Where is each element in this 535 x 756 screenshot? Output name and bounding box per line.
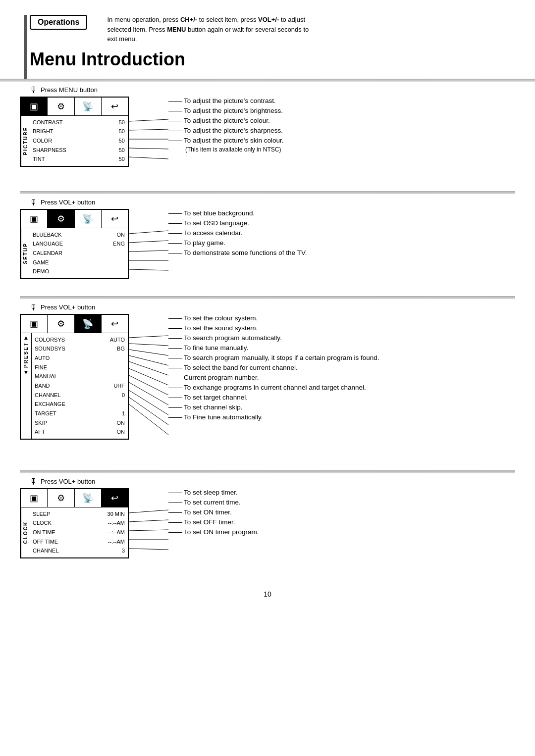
press-menu-label: 🎙 Press MENU button (30, 86, 515, 95)
setup-menu-items: BLUEBACKON LANGUAGEENG CALENDAR GAME DEM… (30, 228, 128, 278)
svg-line-9 (129, 269, 168, 270)
picture-callouts: To adjust the picture's contrast. To adj… (168, 97, 283, 153)
picture-icons-row: ▣ ⚙ 📡 ↩ (21, 98, 128, 116)
svg-line-1 (129, 129, 168, 130)
clock-menu-display: ▣ ⚙ 📡 ↩ CLOCK SLEEP30 MIN CLOCK--:--AM O… (20, 488, 129, 558)
icon-preset-2: 📡 (75, 210, 102, 228)
icon-setup-3: ⚙ (48, 315, 74, 333)
clock-connectors (129, 506, 168, 575)
callout-ntsc: (This item is available only in NTSC) (168, 146, 283, 153)
setup-sidebar-label: SETUP (21, 228, 30, 278)
speaker-icon-2: 🎙 (30, 198, 38, 207)
separator-3 (20, 470, 515, 473)
picture-connectors (129, 114, 168, 186)
operations-badge: Operations (30, 15, 87, 30)
picture-menu-display: ▣ ⚙ 📡 ↩ PICTURE CONTRAST50 BRIGHT50 COLO… (20, 97, 129, 167)
setup-menu-body: SETUP BLUEBACKON LANGUAGEENG CALENDAR GA… (21, 228, 128, 278)
press-vol-label-2: 🎙 Press VOL+ button (30, 303, 515, 312)
setup-section-inner: ▣ ⚙ 📡 ↩ SETUP BLUEBACKON LANGUAGEENG CAL… (20, 209, 515, 291)
separator-1 (20, 191, 515, 194)
callout-off-time: To set OFF timer. (168, 518, 259, 528)
icon-clock-3: ↩ (102, 315, 128, 333)
callout-colour: To adjust the picture's colour. (168, 116, 283, 126)
speaker-icon-3: 🎙 (30, 303, 38, 312)
callout-target: To set target channel. (168, 393, 379, 403)
callout-channel: Current program number. (168, 373, 379, 383)
picture-sidebar-label: PICTURE (21, 116, 30, 166)
svg-line-5 (129, 231, 168, 234)
press-vol-label-1: 🎙 Press VOL+ button (30, 198, 515, 207)
callout-fine: To fine tune manually. (168, 344, 379, 353)
callout-clock: To set current time. (168, 498, 259, 508)
clock-section-inner: ▣ ⚙ 📡 ↩ CLOCK SLEEP30 MIN CLOCK--:--AM O… (20, 488, 515, 575)
preset-arrows: ▲ PRESET ▼ (21, 333, 32, 439)
callout-aft: To Fine tune automatically. (168, 413, 379, 423)
callout-colorsys: To set the colour system. (168, 314, 379, 324)
callout-sharpness: To adjust the picture's sharpness. (168, 126, 283, 136)
svg-line-22 (129, 520, 168, 522)
callout-skin: To adjust the picture's skin colour. (168, 136, 283, 146)
setup-section: 🎙 Press VOL+ button ▣ ⚙ 📡 ↩ SETUP BLUEBA… (20, 198, 515, 291)
callout-brightness: To adjust the picture's brightness. (168, 106, 283, 116)
callout-calendar: To access calendar. (168, 229, 307, 239)
icon-clock-2: ↩ (102, 210, 128, 228)
svg-line-16 (129, 375, 168, 395)
svg-line-3 (129, 148, 168, 149)
icon-picture: ▣ (21, 98, 48, 115)
svg-line-15 (129, 368, 168, 385)
picture-section-inner: ▣ ⚙ 📡 ↩ PICTURE CONTRAST50 BRIGHT50 COLO… (20, 97, 515, 186)
svg-line-12 (129, 350, 168, 355)
setup-icons-row: ▣ ⚙ 📡 ↩ (21, 210, 128, 228)
callout-demo: To demonstrate some functions of the TV. (168, 249, 307, 258)
svg-line-4 (129, 157, 168, 159)
clock-menu-body: CLOCK SLEEP30 MIN CLOCK--:--AM ON TIME--… (21, 507, 128, 557)
callout-band: To select the band for current channel. (168, 363, 379, 373)
icon-setup-2: ⚙ (48, 210, 74, 228)
preset-section-inner: ▣ ⚙ 📡 ↩ ▲ PRESET ▼ COLORSYSAUTO SOUNDSYS… (20, 314, 515, 465)
preset-section: 🎙 Press VOL+ button ▣ ⚙ 📡 ↩ ▲ PRESET ▼ (20, 303, 515, 465)
svg-line-6 (129, 241, 168, 243)
svg-line-0 (129, 119, 168, 121)
preset-icons-row: ▣ ⚙ 📡 ↩ (21, 315, 128, 333)
setup-menu-display: ▣ ⚙ 📡 ↩ SETUP BLUEBACKON LANGUAGEENG CAL… (20, 209, 129, 279)
icon-preset-4: 📡 (75, 489, 102, 507)
separator-2 (20, 296, 515, 299)
svg-line-14 (129, 361, 168, 375)
callout-soundsys: To set the sound system. (168, 324, 379, 334)
svg-line-25 (129, 549, 168, 550)
icon-setup-4: ⚙ (48, 489, 74, 507)
speaker-icon-4: 🎙 (30, 477, 38, 486)
svg-line-7 (129, 251, 168, 252)
icon-picture-4: ▣ (21, 489, 48, 507)
speaker-icon-1: 🎙 (30, 86, 38, 95)
svg-line-23 (129, 530, 168, 531)
preset-menu-body: ▲ PRESET ▼ COLORSYSAUTO SOUNDSYSBG AUTO … (21, 333, 128, 439)
picture-menu-items: CONTRAST50 BRIGHT50 COLOR50 SHARPNESS50 … (30, 116, 128, 166)
callout-blueback: To set blue background. (168, 209, 307, 219)
svg-line-10 (129, 336, 168, 338)
separator-top (0, 79, 535, 82)
callout-on-timer-program: To set ON timer program. (168, 528, 259, 538)
svg-line-13 (129, 355, 168, 365)
icon-clock-4: ↩ (102, 489, 128, 507)
header: Operations In menu operation, press CH+/… (0, 0, 535, 49)
clock-callouts: To set sleep timer. To set current time.… (168, 488, 259, 538)
icon-clock: ↩ (102, 98, 128, 115)
clock-section: 🎙 Press VOL+ button ▣ ⚙ 📡 ↩ CLOCK SLEEP3… (20, 477, 515, 575)
picture-section: 🎙 Press MENU button ▣ ⚙ 📡 ↩ PICTURE CONT… (20, 86, 515, 186)
callout-game: To play game. (168, 239, 307, 249)
clock-icons-row: ▣ ⚙ 📡 ↩ (21, 489, 128, 507)
page-number: 10 (0, 590, 535, 598)
svg-line-11 (129, 344, 168, 346)
clock-sidebar-label: CLOCK (21, 507, 30, 557)
preset-connectors (129, 332, 168, 465)
callout-contrast: To adjust the picture's contrast. (168, 97, 283, 106)
preset-menu-items: COLORSYSAUTO SOUNDSYSBG AUTO FINE MANUAL… (32, 333, 128, 439)
svg-line-20 (129, 404, 168, 435)
callout-auto-search: To search program automatically. (168, 334, 379, 344)
preset-callouts: To set the colour system. To set the sou… (168, 314, 379, 423)
clock-menu-items: SLEEP30 MIN CLOCK--:--AM ON TIME--:--AM … (30, 507, 128, 557)
svg-line-21 (129, 510, 168, 513)
page-title: Menu Introduction (0, 49, 535, 75)
icon-preset-3: 📡 (75, 315, 102, 333)
